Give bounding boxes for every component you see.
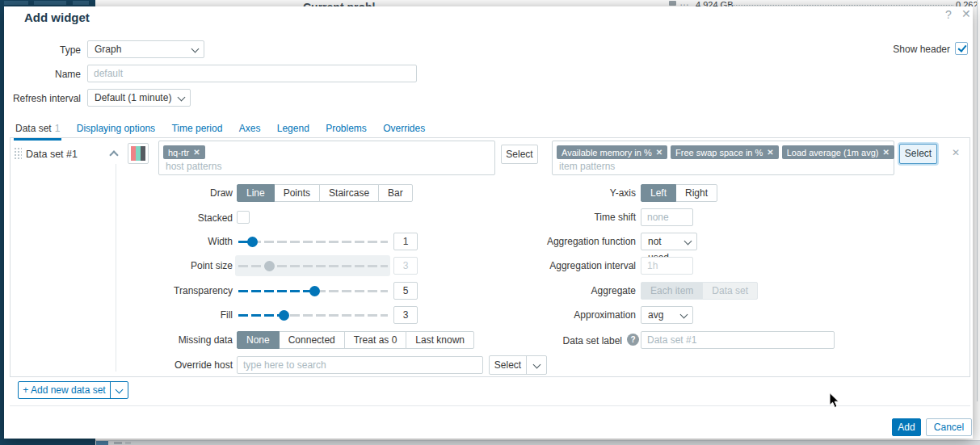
y-axis-label: Y-axis bbox=[404, 184, 636, 202]
add-new-data-set-split-button: + Add new data set bbox=[18, 381, 128, 399]
draw-option-line[interactable]: Line bbox=[237, 184, 275, 202]
override-host-select-button[interactable]: Select bbox=[490, 356, 526, 374]
cancel-button[interactable]: Cancel bbox=[926, 418, 972, 436]
sidebar-menu-fragment bbox=[34, 1, 66, 5]
override-host-select-split-button: Select bbox=[489, 355, 547, 375]
sidebar-menu-fragment bbox=[4, 1, 28, 5]
item-tag-label: Free swap space in % bbox=[675, 148, 763, 157]
plus-icon: + bbox=[23, 384, 28, 396]
close-icon[interactable]: ✕ bbox=[961, 7, 971, 20]
item-tag: Load average (1m avg) ✕ bbox=[782, 145, 894, 159]
sidebar-menu-fragment bbox=[73, 1, 89, 5]
aggregate-option-each-item: Each item bbox=[641, 282, 703, 300]
draw-option-staircase[interactable]: Staircase bbox=[319, 184, 379, 202]
background-ellipsis-clip: … bbox=[679, 0, 692, 6]
footer-divider bbox=[10, 405, 970, 406]
show-header-checkbox[interactable] bbox=[955, 42, 968, 55]
item-select-button[interactable]: Select bbox=[899, 144, 937, 164]
override-host-label: Override host bbox=[0, 356, 233, 374]
item-tag: Available memory in % ✕ bbox=[557, 145, 667, 159]
remove-data-set-icon[interactable]: ✕ bbox=[952, 147, 960, 158]
time-shift-label: Time shift bbox=[404, 208, 636, 226]
transparency-slider-thumb[interactable] bbox=[309, 286, 320, 296]
draw-label: Draw bbox=[0, 184, 233, 202]
drag-handle-icon[interactable] bbox=[14, 147, 22, 159]
chevron-down-icon bbox=[680, 311, 688, 319]
transparency-slider-fill bbox=[238, 290, 315, 292]
name-input[interactable] bbox=[87, 65, 417, 82]
ellipsis-icon: … bbox=[679, 0, 689, 6]
aggregation-interval-label: Aggregation interval bbox=[404, 257, 636, 275]
width-slider-thumb[interactable] bbox=[247, 237, 258, 247]
item-patterns-multiselect[interactable]: Available memory in % ✕ Free swap space … bbox=[552, 141, 894, 175]
type-select[interactable]: Graph bbox=[87, 40, 204, 58]
host-patterns-multiselect[interactable]: hq-rtr ✕ host patterns bbox=[158, 141, 495, 175]
transparency-label: Transparency bbox=[0, 282, 233, 300]
name-label: Name bbox=[0, 65, 81, 83]
add-new-data-set-button[interactable]: + Add new data set bbox=[19, 382, 110, 398]
item-tag: Free swap space in % ✕ bbox=[671, 145, 779, 159]
background-bottom-mark bbox=[125, 442, 131, 444]
item-patterns-placeholder: item patterns bbox=[559, 161, 615, 172]
remove-tag-icon[interactable]: ✕ bbox=[882, 148, 889, 157]
point-size-label: Point size bbox=[0, 257, 233, 275]
background-bottom-strip bbox=[95, 440, 980, 445]
aggregate-segmented: Each item Data set bbox=[641, 282, 758, 300]
width-slider-track[interactable] bbox=[238, 241, 388, 243]
data-set-label-input[interactable] bbox=[641, 331, 835, 349]
remove-tag-icon[interactable]: ✕ bbox=[767, 148, 773, 157]
y-axis-option-left[interactable]: Left bbox=[641, 184, 676, 202]
add-button[interactable]: Add bbox=[892, 418, 921, 436]
draw-option-points[interactable]: Points bbox=[274, 184, 320, 202]
override-host-select-dropdown[interactable] bbox=[526, 356, 546, 374]
refresh-interval-value: Default (1 minute) bbox=[95, 92, 171, 103]
host-select-button[interactable]: Select bbox=[501, 145, 538, 164]
missing-data-option-none[interactable]: None bbox=[237, 331, 280, 349]
chevron-down-icon bbox=[533, 361, 541, 369]
approximation-label: Approximation bbox=[404, 306, 636, 324]
color-palette-button[interactable] bbox=[128, 143, 149, 164]
host-patterns-placeholder: host patterns bbox=[166, 161, 221, 172]
background-bottom-accent bbox=[96, 441, 108, 445]
y-axis-segmented: Left Right bbox=[641, 184, 717, 202]
dialog-title: Add widget bbox=[24, 10, 90, 24]
approximation-select[interactable]: avg bbox=[641, 306, 693, 324]
tab-data-set-count: 1 bbox=[55, 123, 61, 134]
remove-tag-icon[interactable]: ✕ bbox=[656, 148, 662, 157]
show-header-label: Show header bbox=[824, 43, 950, 56]
help-circle-icon[interactable]: ? bbox=[627, 334, 639, 346]
background-heading-fragment: Current probl bbox=[303, 1, 375, 6]
data-set-title: Data set #1 bbox=[26, 149, 78, 160]
draw-segmented: Line Points Staircase Bar bbox=[237, 184, 413, 202]
missing-data-option-treat-as-0[interactable]: Treat as 0 bbox=[344, 331, 407, 349]
background-right-edge-line bbox=[977, 0, 978, 401]
palette-stripe-3 bbox=[141, 146, 145, 161]
host-tag: hq-rtr ✕ bbox=[163, 145, 205, 159]
check-icon bbox=[957, 43, 966, 52]
refresh-interval-select[interactable]: Default (1 minute) bbox=[87, 89, 191, 107]
help-icon[interactable]: ? bbox=[945, 8, 952, 21]
missing-data-option-connected[interactable]: Connected bbox=[279, 331, 345, 349]
background-bottom-mark bbox=[114, 442, 122, 444]
add-new-data-set-dropdown[interactable] bbox=[110, 382, 128, 398]
time-shift-input[interactable] bbox=[641, 208, 693, 226]
missing-data-label: Missing data bbox=[0, 331, 233, 349]
point-size-slider-track bbox=[238, 265, 388, 267]
refresh-interval-label: Refresh interval bbox=[0, 90, 81, 107]
host-tag-label: hq-rtr bbox=[168, 148, 189, 157]
item-tag-label: Load average (1m avg) bbox=[787, 148, 879, 157]
chevron-down-icon bbox=[191, 45, 200, 53]
type-select-value: Graph bbox=[95, 44, 121, 55]
background-dotted-rule bbox=[725, 5, 953, 6]
stacked-checkbox[interactable] bbox=[237, 211, 250, 224]
fill-label: Fill bbox=[0, 306, 233, 324]
remove-tag-icon[interactable]: ✕ bbox=[193, 148, 200, 157]
width-label: Width bbox=[0, 233, 233, 250]
override-host-input[interactable] bbox=[237, 356, 483, 374]
approximation-value: avg bbox=[648, 309, 663, 321]
fill-slider-thumb[interactable] bbox=[279, 310, 289, 321]
aggregation-function-select[interactable]: not used bbox=[641, 233, 697, 250]
y-axis-option-right[interactable]: Right bbox=[675, 184, 717, 202]
background-right-value: 0.262 bbox=[956, 0, 978, 6]
item-tag-label: Available memory in % bbox=[562, 148, 652, 157]
